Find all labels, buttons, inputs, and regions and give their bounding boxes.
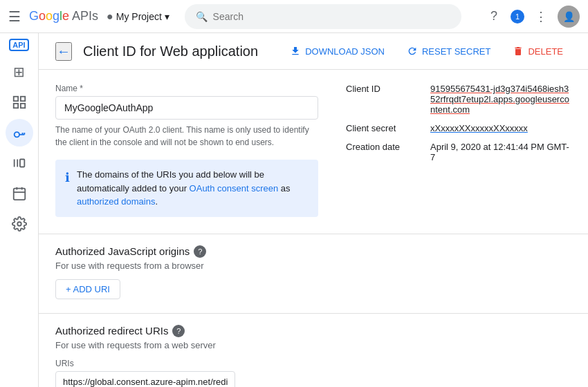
page-header: ← Client ID for Web application DOWNLOAD…: [39, 33, 588, 70]
name-field-label: Name *: [55, 84, 318, 93]
js-origins-help-icon[interactable]: ?: [194, 245, 206, 258]
redirect-uris-subtitle: For use with requests from a web server: [55, 340, 571, 350]
js-origins-section: Authorized JavaScript origins ? For use …: [39, 245, 588, 310]
back-button[interactable]: ←: [55, 42, 72, 61]
api-sidebar-label: API: [9, 39, 28, 51]
sidebar-item-settings[interactable]: [6, 210, 33, 238]
reset-label: RESET SECRET: [422, 46, 490, 57]
sidebar: API ⊞: [0, 33, 39, 387]
logo-apis-text: APIs: [72, 9, 98, 23]
header-actions: DOWNLOAD JSON RESET SECRET DELETE: [282, 41, 571, 61]
oauth-consent-link[interactable]: OAuth consent screen: [190, 183, 279, 194]
client-secret-value: xXxxxxXXxxxxxXXxxxxx: [430, 123, 528, 133]
info-box-text: The domains of the URIs you add below wi…: [77, 168, 309, 209]
redirect-uris-help-icon[interactable]: ?: [172, 325, 185, 337]
js-origins-title-text: Authorized JavaScript origins: [55, 245, 190, 257]
name-input[interactable]: [55, 96, 318, 120]
sidebar-item-credentials[interactable]: [6, 119, 33, 147]
sidebar-item-home[interactable]: ⊞: [6, 58, 33, 86]
menu-icon[interactable]: ☰: [8, 8, 21, 25]
client-secret-row: Client secret xXxxxxXXxxxxxXXxxxxx: [346, 123, 571, 133]
search-input[interactable]: [213, 11, 450, 22]
add-uri-button[interactable]: + ADD URI: [55, 279, 120, 299]
svg-point-15: [17, 222, 21, 226]
client-id-label: Client ID: [346, 84, 422, 94]
navbar: ☰ Google APIs ● My Project ▾ 🔍 ? 1 ⋮ 👤: [0, 0, 588, 33]
js-origins-subtitle: For use with requests from a browser: [55, 261, 571, 271]
more-options-button[interactable]: ⋮: [530, 6, 552, 28]
project-name: My Project: [116, 11, 162, 22]
client-id-row: Client ID 915955675431-jd3g374i5468iesh3…: [346, 84, 571, 115]
client-id-value: 915955675431-jd3g374i5468iesh352rfrqdt7e…: [430, 84, 571, 115]
name-help-text: The name of your OAuth 2.0 client. This …: [55, 124, 318, 149]
download-label: DOWNLOAD JSON: [305, 46, 385, 57]
redirect-uris-title: Authorized redirect URIs ?: [55, 325, 571, 337]
svg-point-4: [14, 132, 19, 137]
creation-date-label: Creation date: [346, 142, 422, 152]
divider-1: [39, 234, 588, 234]
redirect-uris-section: Authorized redirect URIs ? For use with …: [39, 325, 588, 388]
search-bar[interactable]: 🔍: [185, 4, 461, 29]
project-selector[interactable]: ● My Project ▾: [107, 10, 169, 23]
creation-date-value: April 9, 2020 at 12:41:44 PM GMT-7: [430, 142, 571, 162]
info-text-middle: as: [278, 183, 290, 194]
sidebar-item-library[interactable]: [6, 149, 33, 177]
delete-button[interactable]: DELETE: [504, 41, 571, 61]
authorized-domains-link[interactable]: authorized domains: [77, 196, 155, 207]
info-icon: ℹ: [65, 169, 70, 209]
form-left: Name * The name of your OAuth 2.0 client…: [55, 84, 318, 217]
svg-rect-3: [20, 104, 24, 108]
project-chevron: ▾: [165, 11, 169, 22]
logo: Google APIs: [29, 9, 98, 23]
svg-rect-0: [13, 97, 17, 101]
form-area: Name * The name of your OAuth 2.0 client…: [39, 70, 588, 231]
sidebar-item-dashboard[interactable]: [6, 88, 33, 116]
search-icon: 🔍: [196, 11, 208, 22]
form-right: Client ID 915955675431-jd3g374i5468iesh3…: [346, 84, 571, 217]
js-origins-title: Authorized JavaScript origins ?: [55, 245, 571, 258]
creation-date-row: Creation date April 9, 2020 at 12:41:44 …: [346, 142, 571, 162]
reset-secret-button[interactable]: RESET SECRET: [398, 41, 499, 61]
content-area: ← Client ID for Web application DOWNLOAD…: [39, 33, 588, 387]
delete-label: DELETE: [528, 46, 563, 57]
svg-rect-11: [13, 189, 25, 200]
add-uri-label: + ADD URI: [66, 284, 110, 294]
info-box: ℹ The domains of the URIs you add below …: [55, 160, 318, 217]
redirect-uris-title-text: Authorized redirect URIs: [55, 325, 168, 337]
svg-rect-10: [19, 160, 24, 167]
client-secret-label: Client secret: [346, 123, 422, 133]
svg-rect-1: [20, 97, 24, 101]
svg-rect-2: [13, 104, 17, 108]
info-text-after: .: [155, 196, 158, 207]
uris-label: URIs: [55, 359, 571, 368]
sidebar-item-calendar[interactable]: [6, 180, 33, 207]
download-json-button[interactable]: DOWNLOAD JSON: [282, 41, 393, 61]
avatar[interactable]: 👤: [558, 6, 580, 28]
divider-2: [39, 313, 588, 314]
notification-badge[interactable]: 1: [511, 10, 524, 23]
main-layout: API ⊞ ← Client ID for Web application: [0, 33, 588, 387]
help-button[interactable]: ?: [483, 6, 505, 28]
uri-input[interactable]: [55, 371, 235, 388]
page-title: Client ID for Web application: [83, 44, 270, 59]
navbar-icons: ? 1 ⋮ 👤: [483, 6, 580, 28]
